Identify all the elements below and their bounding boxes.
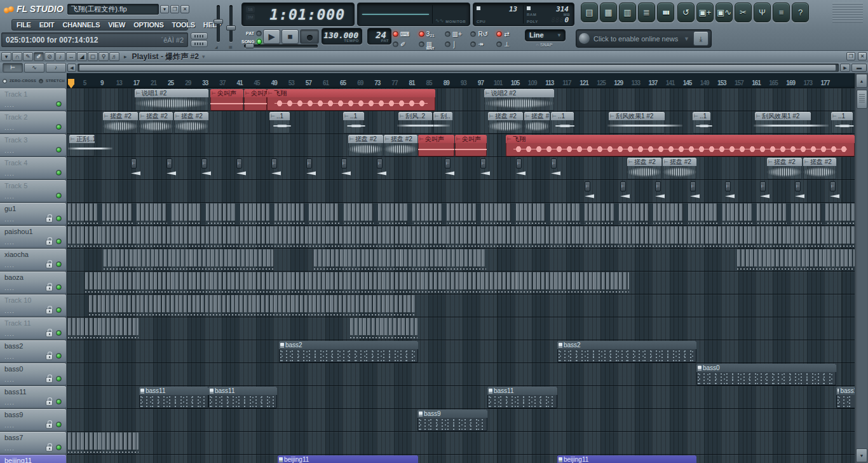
online-news-bar[interactable]: Click to enable online news ▼ ⤓	[576, 29, 712, 48]
blend-notes-led[interactable]	[445, 31, 451, 37]
select-tool-icon[interactable]: ▢	[88, 52, 98, 61]
paint-tool-icon[interactable]: ✐	[34, 52, 44, 61]
track-enable-led[interactable]	[56, 330, 62, 336]
overdub-arrow-led[interactable]	[470, 41, 476, 47]
master-pitch-slider[interactable]	[229, 5, 233, 42]
clip-bass11[interactable]: bass11	[139, 387, 208, 408]
horizontal-scrollbar[interactable]	[78, 64, 839, 72]
lock-icon[interactable]	[46, 217, 53, 223]
track-enable-led[interactable]	[56, 101, 62, 107]
clip--2[interactable]: ⊢刮风..2	[398, 112, 432, 134]
clip--1-2[interactable]: ⊢刮风效果1 #2	[755, 112, 811, 134]
track-name[interactable]: Track 11	[4, 319, 31, 327]
track-name[interactable]: paishou1	[4, 228, 33, 235]
track-header-track-4[interactable]: Track 4····	[0, 157, 66, 180]
save-new-version-button[interactable]: ▣+	[696, 3, 714, 22]
track-header-bass11[interactable]: bass11····	[0, 386, 66, 409]
scroll-right-button[interactable]: ▶	[840, 64, 850, 72]
stretch-radio[interactable]	[39, 79, 43, 83]
track-header-xiaocha[interactable]: xiaocha····	[0, 249, 66, 272]
pat-mode-led[interactable]	[256, 31, 262, 36]
track-name[interactable]: bass2	[4, 342, 23, 350]
track-header-bass9[interactable]: bass9····	[0, 409, 66, 432]
mini-audio-clip[interactable]: ⊢	[725, 181, 731, 191]
slip-tool-icon[interactable]: ↔	[66, 52, 76, 61]
track-enable-led[interactable]	[56, 307, 62, 313]
clip-bass9[interactable]: bass9	[417, 410, 487, 431]
track-name[interactable]: Track 5	[4, 182, 27, 190]
clip--1[interactable]: ⊢..1	[693, 112, 710, 134]
tab-patterns[interactable]: ⊢	[3, 63, 23, 73]
tab-audio[interactable]: ∿	[24, 63, 44, 73]
lock-icon[interactable]	[46, 354, 53, 360]
track-name[interactable]: Track 1	[4, 90, 27, 98]
mini-audio-clip[interactable]: ⊢	[620, 181, 626, 191]
track-header-paishou1[interactable]: paishou1····	[0, 226, 66, 249]
step-sequencer-window-button[interactable]: ▦	[600, 3, 617, 22]
title-bar[interactable]: FL STUDIO 飞翔(工程文件).flp ▾❐✕	[4, 2, 189, 16]
zero-cross-radio[interactable]	[3, 79, 7, 83]
clip--[interactable]: ⊢尖叫声	[455, 135, 487, 156]
mini-audio-clip[interactable]: ⊢	[131, 158, 137, 169]
mini-audio-clip[interactable]: ⊢	[201, 158, 207, 169]
playlist-grid[interactable]: ⊢⊢⊢⊢⊢⊢⊢⊢⊢⊢⊢⊢⊢⊢⊢⊢⊢⊢⊢⊢⊢说唱1 #2⊢尖叫声⊢尖叫声⊢飞翔⊢说…	[67, 88, 855, 463]
track-name[interactable]: beijing11	[4, 457, 32, 463]
pattern-block-run[interactable]	[85, 272, 629, 289]
master-volume-thumb[interactable]	[214, 19, 223, 24]
vertical-scrollbar[interactable]: ▲ ▼	[855, 73, 868, 463]
undo-button[interactable]: ↺	[677, 3, 695, 22]
menu-item-channels[interactable]: CHANNELS	[63, 21, 100, 29]
track-name[interactable]: bass9	[4, 411, 23, 418]
song-mode-led[interactable]	[257, 39, 262, 45]
mini-audio-clip[interactable]: ⊢	[655, 181, 661, 191]
stop-button[interactable]: ■	[281, 29, 299, 44]
mini-audio-clip[interactable]: ⊢	[585, 181, 590, 191]
mini-audio-clip[interactable]: ⊢	[341, 158, 347, 169]
punch-lever-led[interactable]	[496, 41, 502, 47]
track-header-bass7[interactable]: bass7····	[0, 432, 66, 455]
track-enable-led[interactable]	[56, 376, 62, 382]
playlist-title-bar[interactable]: ▾∩✎✐⊘♪↔◢▢⚲♬ ▸ Playlist - 爆炸声 #2 ▾ ❐✕	[0, 51, 868, 62]
clip-beijing11[interactable]: beijing11	[557, 455, 696, 463]
mute-tool-icon[interactable]: ♪	[55, 52, 65, 61]
countdown-321-led[interactable]	[419, 31, 424, 37]
tab-notes[interactable]: ♪	[46, 63, 66, 73]
touch-controller-toggle-button[interactable]	[191, 40, 208, 47]
pattern-block-run[interactable]	[89, 295, 416, 312]
fit-horizontal-button[interactable]: ▬	[851, 64, 867, 72]
track-enable-led[interactable]	[56, 124, 62, 130]
export-wave-button[interactable]: ▣∿	[715, 3, 733, 22]
track-enable-led[interactable]	[56, 216, 62, 221]
title-menu-caret-icon[interactable]: ▾	[202, 53, 205, 60]
pattern-block-run[interactable]	[350, 318, 417, 335]
time-mode-bar[interactable]: 5B	[246, 6, 255, 13]
mini-audio-clip[interactable]: ⊢	[377, 158, 383, 169]
delete-tool-icon[interactable]: ⊘	[44, 52, 55, 61]
track-enable-led[interactable]	[56, 422, 62, 427]
pattern-block-run[interactable]	[68, 226, 855, 244]
timeline-ruler[interactable]: 5913172125293337414549535761656973778185…	[67, 73, 855, 88]
horizontal-scrollbar-thumb[interactable]	[79, 64, 836, 71]
playlist-close-button[interactable]: ✕	[858, 52, 867, 60]
track-header-track-1[interactable]: Track 1····	[0, 88, 66, 111]
master-volume-slider[interactable]	[217, 5, 220, 42]
mini-audio-clip[interactable]: ⊢	[516, 158, 522, 169]
record-button[interactable]	[300, 29, 319, 44]
clip--1[interactable]: ⊢..1	[831, 112, 853, 134]
track-enable-led[interactable]	[56, 193, 62, 198]
track-name[interactable]: bass0	[4, 365, 23, 373]
lock-icon[interactable]	[46, 286, 53, 291]
lock-icon[interactable]	[46, 240, 53, 245]
track-name[interactable]: Track 10	[4, 296, 31, 304]
track-header-track-3[interactable]: Track 3····	[0, 134, 66, 157]
snap-magnet-icon[interactable]: ∩	[12, 52, 22, 61]
clip-bass11[interactable]: bass11	[208, 387, 277, 408]
snap-selector[interactable]: Line ▼	[525, 29, 566, 41]
lock-icon[interactable]	[46, 377, 53, 383]
typing-keyboard-toggle-button[interactable]	[191, 32, 208, 39]
track-enable-led[interactable]	[56, 261, 62, 267]
pattern-block-run[interactable]	[314, 249, 486, 266]
mini-audio-clip[interactable]: ⊢	[271, 158, 277, 169]
clip--1[interactable]: ⊢..1	[343, 112, 364, 134]
step-wand-led[interactable]	[393, 41, 398, 47]
